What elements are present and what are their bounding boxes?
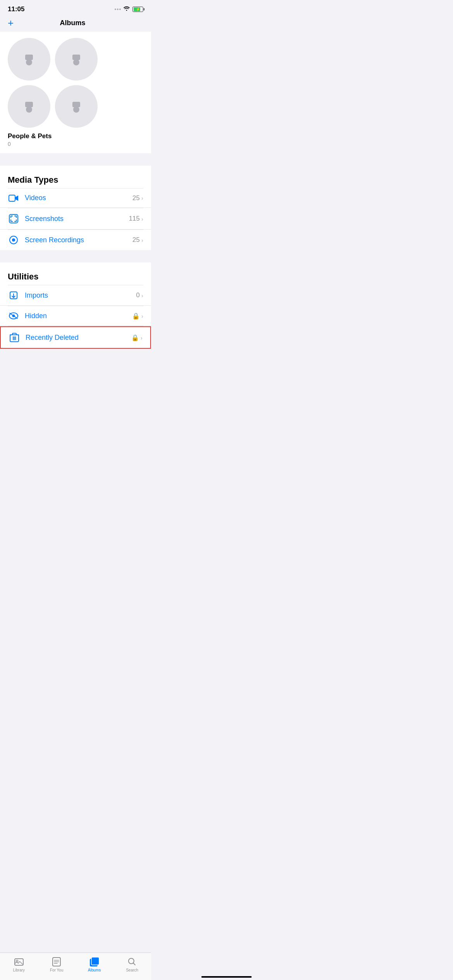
hidden-item[interactable]: Hidden 🔒 › — [0, 306, 151, 326]
people-section: People & Pets 0 — [0, 32, 151, 153]
section-gap — [0, 349, 151, 361]
svg-point-7 — [73, 106, 79, 113]
page-title: Albums — [60, 19, 86, 27]
svg-rect-6 — [72, 102, 80, 107]
screenshots-count: 115 — [129, 215, 140, 223]
imports-count: 0 — [136, 291, 140, 299]
svg-rect-0 — [25, 55, 33, 60]
person-avatar[interactable] — [55, 85, 98, 128]
svg-point-11 — [12, 238, 15, 242]
people-pets-count: 0 — [8, 141, 143, 147]
utilities-header: Utilities — [0, 262, 151, 285]
people-grid — [8, 38, 143, 128]
svg-point-1 — [26, 59, 32, 65]
main-scroll: People & Pets 0 Media Types Videos 25 › — [0, 32, 151, 400]
person-icon — [21, 51, 37, 67]
videos-count: 25 — [132, 194, 140, 202]
lock-icon: 🔒 — [132, 312, 140, 320]
recently-deleted-right: 🔒 › — [131, 334, 142, 341]
chevron-icon: › — [141, 237, 143, 243]
utilities-section: Utilities Imports 0 › — [0, 262, 151, 349]
videos-item[interactable]: Videos 25 › — [0, 188, 151, 208]
imports-label: Imports — [25, 291, 136, 300]
svg-point-3 — [73, 59, 79, 65]
screen-recordings-count: 25 — [132, 236, 140, 244]
nav-bar: + Albums — [0, 16, 151, 32]
chevron-icon: › — [141, 334, 142, 341]
signal-icon — [115, 9, 121, 10]
screenshots-item[interactable]: Screenshots 115 › — [0, 208, 151, 230]
screenshots-label: Screenshots — [25, 215, 129, 223]
status-bar: 11:05 ⚡ — [0, 0, 151, 16]
chevron-icon: › — [141, 216, 143, 222]
hidden-label: Hidden — [25, 312, 132, 320]
person-icon — [69, 99, 84, 114]
wifi-icon — [123, 6, 130, 13]
screenshot-icon — [8, 214, 19, 224]
lock-icon: 🔒 — [131, 334, 139, 341]
screen-recordings-right: 25 › — [132, 236, 143, 244]
person-avatar[interactable] — [8, 85, 50, 128]
hidden-right: 🔒 › — [132, 312, 143, 320]
trash-icon — [9, 332, 20, 343]
people-pets-label: People & Pets — [8, 132, 143, 140]
person-avatar[interactable] — [8, 38, 50, 81]
video-icon — [8, 194, 19, 202]
screenshots-right: 115 › — [129, 215, 143, 223]
svg-rect-4 — [25, 102, 33, 107]
section-gap — [0, 153, 151, 166]
recently-deleted-item[interactable]: Recently Deleted 🔒 › — [0, 326, 151, 349]
section-gap — [0, 250, 151, 262]
person-icon — [21, 99, 37, 114]
screen-recording-icon — [8, 235, 19, 245]
media-types-header: Media Types — [0, 166, 151, 188]
status-time: 11:05 — [8, 5, 24, 13]
videos-label: Videos — [25, 194, 132, 202]
chevron-icon: › — [141, 292, 143, 299]
chevron-icon: › — [141, 313, 143, 319]
svg-point-5 — [26, 106, 32, 113]
media-types-title: Media Types — [8, 175, 58, 185]
media-types-section: Media Types Videos 25 › — [0, 166, 151, 250]
battery-icon: ⚡ — [132, 7, 143, 12]
import-icon — [8, 291, 19, 300]
recently-deleted-label: Recently Deleted — [26, 334, 131, 342]
status-icons: ⚡ — [115, 6, 143, 13]
hidden-icon — [8, 312, 19, 320]
screen-recordings-item[interactable]: Screen Recordings 25 › — [0, 230, 151, 250]
utilities-title: Utilities — [8, 272, 38, 281]
person-avatar[interactable] — [55, 38, 98, 81]
imports-item[interactable]: Imports 0 › — [0, 285, 151, 306]
imports-right: 0 › — [136, 291, 143, 299]
person-icon — [69, 51, 84, 67]
svg-rect-8 — [9, 195, 15, 201]
chevron-icon: › — [141, 195, 143, 201]
svg-rect-2 — [72, 55, 80, 60]
videos-right: 25 › — [132, 194, 143, 202]
add-album-button[interactable]: + — [8, 18, 14, 28]
svg-line-15 — [10, 313, 17, 319]
screen-recordings-label: Screen Recordings — [25, 236, 132, 244]
